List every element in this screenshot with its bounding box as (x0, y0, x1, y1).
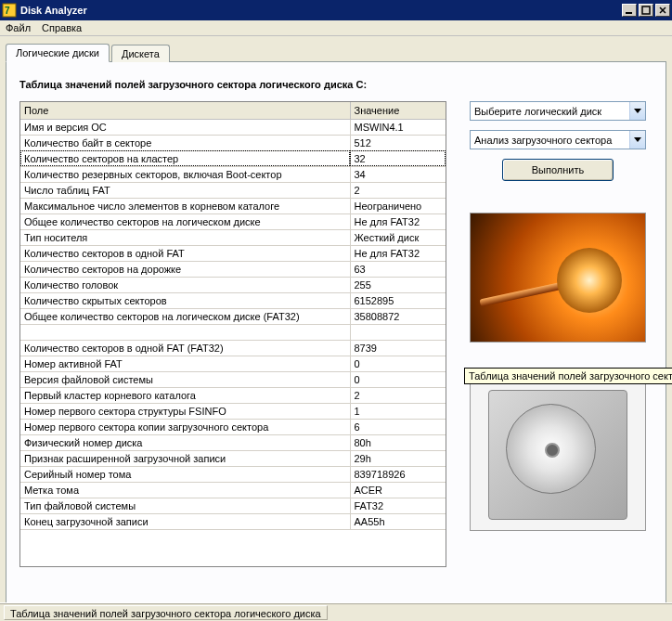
cell-field: Номер активной FAT (20, 356, 350, 371)
cell-value: 6152895 (350, 292, 446, 308)
cell-value (350, 324, 446, 340)
cell-value: 2 (350, 387, 446, 403)
table-row[interactable]: Номер первого сектора копии загрузочного… (20, 419, 446, 434)
table-row[interactable]: Максимальное число элементов в корневом … (20, 198, 446, 213)
cell-field: Количество резервных секторов, включая B… (20, 166, 350, 182)
table-row[interactable] (20, 324, 446, 340)
cell-value: MSWIN4.1 (350, 119, 446, 135)
cell-field: Количество секторов на кластер (20, 150, 350, 166)
cell-value: 8739 (350, 340, 446, 356)
table-row[interactable]: Физический номер диска80h (20, 434, 446, 450)
panel-heading: Таблица значений полей загрузочного сект… (19, 79, 653, 90)
cell-value: 839718926 (350, 466, 446, 482)
table-row[interactable]: Количество головок255 (20, 277, 446, 292)
table-row[interactable]: Имя и версия ОСMSWIN4.1 (20, 119, 446, 135)
cell-value: Жесткий диск (350, 229, 446, 245)
cell-field: Серийный номер тома (20, 466, 350, 482)
table-row[interactable]: Тип файловой системыFAT32 (20, 498, 446, 513)
table-row[interactable]: Номер активной FAT0 (20, 356, 446, 371)
cell-field: Номер первого сектора копии загрузочного… (20, 419, 350, 434)
execute-button[interactable]: Выполнить (502, 159, 614, 181)
cell-field: Физический номер диска (20, 434, 350, 450)
cell-value: 0 (350, 371, 446, 387)
cell-value: 80h (350, 434, 446, 450)
cell-field: Версия файловой системы (20, 371, 350, 387)
tab-floppy[interactable]: Дискета (111, 45, 170, 62)
cell-value: 0 (350, 356, 446, 371)
status-text: Таблица значений полей загрузочного сект… (4, 605, 328, 620)
svg-text:7: 7 (5, 6, 10, 16)
table-row[interactable]: Серийный номер тома839718926 (20, 466, 446, 482)
table-row[interactable]: Число таблиц FAT2 (20, 182, 446, 198)
table-row[interactable]: Количество секторов на дорожке63 (20, 261, 446, 277)
cell-value: FAT32 (350, 498, 446, 513)
cell-value: 35808872 (350, 308, 446, 324)
statusbar: Таблица значений полей загрузочного сект… (0, 602, 672, 621)
cell-field (20, 324, 350, 340)
table-row[interactable]: Метка томаACER (20, 482, 446, 498)
menubar: Файл Справка (0, 20, 672, 36)
table-row[interactable]: Конец загрузочной записиAA55h (20, 513, 446, 529)
cell-value: 512 (350, 135, 446, 150)
tabstrip: Логические диски Дискета (6, 42, 666, 62)
cell-field: Общее количество секторов на логическом … (20, 308, 350, 324)
cell-field: Метка тома (20, 482, 350, 498)
svg-rect-2 (626, 12, 632, 14)
table-row[interactable]: Количество резервных секторов, включая B… (20, 166, 446, 182)
col-header-field[interactable]: Поле (20, 102, 350, 119)
cell-value: ACER (350, 482, 446, 498)
cell-field: Количество секторов в одной FAT (20, 245, 350, 261)
cell-value: 2 (350, 182, 446, 198)
tooltip: Таблица значений полей загрузочного сект… (464, 368, 672, 384)
cell-field: Количество байт в секторе (20, 135, 350, 150)
col-header-value[interactable]: Значение (350, 102, 446, 119)
hdd-image-top (470, 378, 646, 531)
analysis-combo[interactable]: Анализ загрузочного сектора (470, 130, 646, 149)
cell-field: Конец загрузочной записи (20, 513, 350, 529)
cell-field: Количество секторов в одной FAT (FAT32) (20, 340, 350, 356)
cell-value: 34 (350, 166, 446, 182)
table-row[interactable]: Общее количество секторов на логическом … (20, 308, 446, 324)
cell-field: Тип носителя (20, 229, 350, 245)
table-row[interactable]: Количество секторов в одной FAT (FAT32)8… (20, 340, 446, 356)
cell-value: 6 (350, 419, 446, 434)
cell-field: Количество скрытых секторов (20, 292, 350, 308)
menu-help[interactable]: Справка (42, 22, 82, 33)
chevron-down-icon[interactable] (629, 102, 645, 120)
boot-sector-table: Поле Значение Имя и версия ОСMSWIN4.1Кол… (19, 101, 446, 567)
table-row[interactable]: Количество байт в секторе512 (20, 135, 446, 150)
cell-value: 63 (350, 261, 446, 277)
cell-value: 32 (350, 150, 446, 166)
table-row[interactable]: Количество скрытых секторов6152895 (20, 292, 446, 308)
cell-field: Максимальное число элементов в корневом … (20, 198, 350, 213)
menu-file[interactable]: Файл (6, 22, 31, 33)
close-button[interactable] (655, 4, 670, 17)
cell-field: Количество головок (20, 277, 350, 292)
cell-value: Не для FAT32 (350, 245, 446, 261)
titlebar: 7 Disk Analyzer (0, 0, 672, 20)
table-row[interactable]: Количество секторов в одной FATНе для FA… (20, 245, 446, 261)
table-row[interactable]: Количество секторов на кластер32 (20, 150, 446, 166)
maximize-button[interactable] (639, 4, 653, 17)
cell-value: 255 (350, 277, 446, 292)
cell-field: Число таблиц FAT (20, 182, 350, 198)
table-row[interactable]: Тип носителяЖесткий диск (20, 229, 446, 245)
table-row[interactable]: Признак расширенной загрузочной записи29… (20, 450, 446, 466)
select-disk-combo[interactable]: Выберите логический диск (470, 101, 646, 121)
cell-value: Неограничено (350, 198, 446, 213)
table-row[interactable]: Первый кластер корневого каталога2 (20, 387, 446, 403)
side-panel: Выберите логический диск Анализ загрузоч… (463, 101, 653, 567)
select-disk-label: Выберите логический диск (474, 106, 601, 117)
table-row[interactable]: Версия файловой системы0 (20, 371, 446, 387)
analysis-label: Анализ загрузочного сектора (474, 135, 612, 146)
tab-logical-disks[interactable]: Логические диски (6, 44, 110, 62)
cell-value: AA55h (350, 513, 446, 529)
chevron-down-icon[interactable] (629, 131, 645, 149)
cell-field: Номер первого сектора структуры FSINFO (20, 403, 350, 419)
cell-field: Признак расширенной загрузочной записи (20, 450, 350, 466)
minimize-button[interactable] (622, 4, 637, 17)
table-row[interactable]: Общее количество секторов на логическом … (20, 213, 446, 229)
cell-field: Общее количество секторов на логическом … (20, 213, 350, 229)
window-title: Disk Analyzer (20, 5, 622, 16)
table-row[interactable]: Номер первого сектора структуры FSINFO1 (20, 403, 446, 419)
